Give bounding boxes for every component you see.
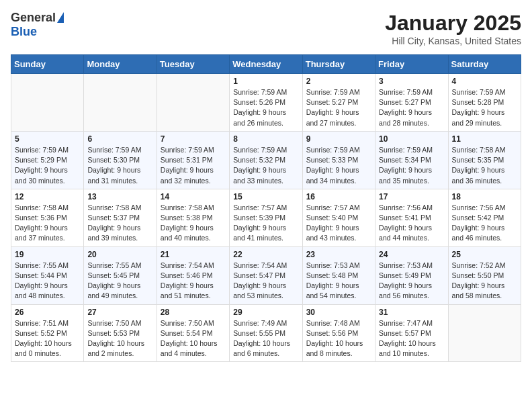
logo: General Blue [11,11,64,39]
logo-general-text: General [11,11,56,25]
day-info: Sunrise: 7:59 AM Sunset: 5:29 PM Dayligh… [15,145,80,186]
day-info: Sunrise: 7:54 AM Sunset: 5:47 PM Dayligh… [233,261,298,302]
calendar-cell: 15Sunrise: 7:57 AM Sunset: 5:39 PM Dayli… [230,189,302,246]
day-info: Sunrise: 7:55 AM Sunset: 5:44 PM Dayligh… [15,261,80,302]
day-info: Sunrise: 7:52 AM Sunset: 5:50 PM Dayligh… [452,261,517,302]
calendar-cell: 17Sunrise: 7:56 AM Sunset: 5:41 PM Dayli… [375,189,448,246]
day-info: Sunrise: 7:50 AM Sunset: 5:54 PM Dayligh… [161,318,226,359]
day-info: Sunrise: 7:56 AM Sunset: 5:41 PM Dayligh… [379,203,444,244]
day-number: 9 [306,134,371,144]
calendar-cell: 8Sunrise: 7:59 AM Sunset: 5:32 PM Daylig… [230,131,302,189]
day-info: Sunrise: 7:49 AM Sunset: 5:55 PM Dayligh… [233,318,298,359]
calendar-cell: 20Sunrise: 7:55 AM Sunset: 5:45 PM Dayli… [84,246,157,304]
calendar-cell: 18Sunrise: 7:56 AM Sunset: 5:42 PM Dayli… [448,189,521,246]
day-number: 5 [15,134,80,144]
day-of-week-header: Tuesday [157,55,229,74]
calendar-week-row: 26Sunrise: 7:51 AM Sunset: 5:52 PM Dayli… [11,304,521,362]
calendar-week-row: 1Sunrise: 7:59 AM Sunset: 5:26 PM Daylig… [11,74,521,132]
day-info: Sunrise: 7:59 AM Sunset: 5:26 PM Dayligh… [233,87,298,128]
day-info: Sunrise: 7:54 AM Sunset: 5:46 PM Dayligh… [161,261,226,302]
location-text: Hill City, Kansas, United States [385,36,521,46]
day-number: 3 [379,77,444,86]
day-info: Sunrise: 7:59 AM Sunset: 5:30 PM Dayligh… [87,145,152,186]
calendar-cell: 12Sunrise: 7:58 AM Sunset: 5:36 PM Dayli… [11,189,84,246]
calendar-cell: 23Sunrise: 7:53 AM Sunset: 5:48 PM Dayli… [302,246,375,304]
calendar-cell: 10Sunrise: 7:59 AM Sunset: 5:34 PM Dayli… [375,131,448,189]
calendar-cell: 16Sunrise: 7:57 AM Sunset: 5:40 PM Dayli… [302,189,375,246]
calendar-table: SundayMondayTuesdayWednesdayThursdayFrid… [11,54,521,362]
day-number: 30 [306,308,371,317]
title-area: January 2025 Hill City, Kansas, United S… [385,11,521,46]
day-info: Sunrise: 7:58 AM Sunset: 5:37 PM Dayligh… [87,203,152,244]
day-number: 12 [15,192,80,201]
day-info: Sunrise: 7:59 AM Sunset: 5:31 PM Dayligh… [161,145,226,186]
day-number: 11 [452,134,517,144]
calendar-week-row: 12Sunrise: 7:58 AM Sunset: 5:36 PM Dayli… [11,189,521,246]
day-number: 28 [161,308,226,317]
calendar-cell: 13Sunrise: 7:58 AM Sunset: 5:37 PM Dayli… [84,189,157,246]
day-info: Sunrise: 7:50 AM Sunset: 5:53 PM Dayligh… [87,318,152,359]
day-number: 19 [15,250,80,259]
day-info: Sunrise: 7:56 AM Sunset: 5:42 PM Dayligh… [452,203,517,244]
calendar-cell: 2Sunrise: 7:59 AM Sunset: 5:27 PM Daylig… [302,74,375,132]
day-info: Sunrise: 7:58 AM Sunset: 5:36 PM Dayligh… [15,203,80,244]
day-info: Sunrise: 7:51 AM Sunset: 5:52 PM Dayligh… [15,318,80,359]
calendar-cell: 3Sunrise: 7:59 AM Sunset: 5:27 PM Daylig… [375,74,448,132]
day-info: Sunrise: 7:53 AM Sunset: 5:48 PM Dayligh… [306,261,371,302]
day-number: 7 [161,134,226,144]
calendar-week-row: 5Sunrise: 7:59 AM Sunset: 5:29 PM Daylig… [11,131,521,189]
day-number: 18 [452,192,517,201]
day-info: Sunrise: 7:53 AM Sunset: 5:49 PM Dayligh… [379,261,444,302]
day-info: Sunrise: 7:58 AM Sunset: 5:35 PM Dayligh… [452,145,517,186]
calendar-cell: 24Sunrise: 7:53 AM Sunset: 5:49 PM Dayli… [375,246,448,304]
day-number: 27 [87,308,152,317]
day-of-week-header: Thursday [302,55,375,74]
calendar-cell: 5Sunrise: 7:59 AM Sunset: 5:29 PM Daylig… [11,131,84,189]
day-info: Sunrise: 7:55 AM Sunset: 5:45 PM Dayligh… [87,261,152,302]
logo-blue-text: Blue [11,25,37,39]
day-number: 10 [379,134,444,144]
calendar-cell: 19Sunrise: 7:55 AM Sunset: 5:44 PM Dayli… [11,246,84,304]
calendar-cell: 7Sunrise: 7:59 AM Sunset: 5:31 PM Daylig… [157,131,229,189]
day-info: Sunrise: 7:57 AM Sunset: 5:40 PM Dayligh… [306,203,371,244]
day-number: 17 [379,192,444,201]
day-number: 25 [452,250,517,259]
calendar-week-row: 19Sunrise: 7:55 AM Sunset: 5:44 PM Dayli… [11,246,521,304]
day-number: 29 [233,308,298,317]
logo-triangle-icon [57,12,64,23]
day-number: 21 [161,250,226,259]
day-number: 31 [379,308,444,317]
day-info: Sunrise: 7:59 AM Sunset: 5:27 PM Dayligh… [306,87,371,128]
day-number: 15 [233,192,298,201]
day-info: Sunrise: 7:59 AM Sunset: 5:27 PM Dayligh… [379,87,444,128]
day-info: Sunrise: 7:59 AM Sunset: 5:28 PM Dayligh… [452,87,517,128]
calendar-cell: 26Sunrise: 7:51 AM Sunset: 5:52 PM Dayli… [11,304,84,362]
calendar-cell: 6Sunrise: 7:59 AM Sunset: 5:30 PM Daylig… [84,131,157,189]
day-number: 8 [233,134,298,144]
day-number: 20 [87,250,152,259]
calendar-cell: 11Sunrise: 7:58 AM Sunset: 5:35 PM Dayli… [448,131,521,189]
day-info: Sunrise: 7:58 AM Sunset: 5:38 PM Dayligh… [161,203,226,244]
day-number: 24 [379,250,444,259]
calendar-cell: 30Sunrise: 7:48 AM Sunset: 5:56 PM Dayli… [302,304,375,362]
day-info: Sunrise: 7:59 AM Sunset: 5:34 PM Dayligh… [379,145,444,186]
calendar-cell: 22Sunrise: 7:54 AM Sunset: 5:47 PM Dayli… [230,246,302,304]
day-number: 4 [452,77,517,86]
calendar-cell [11,74,84,132]
calendar-cell: 27Sunrise: 7:50 AM Sunset: 5:53 PM Dayli… [84,304,157,362]
day-number: 26 [15,308,80,317]
calendar-cell: 9Sunrise: 7:59 AM Sunset: 5:33 PM Daylig… [302,131,375,189]
day-of-week-header: Sunday [11,55,84,74]
day-number: 2 [306,77,371,86]
calendar-header-row: SundayMondayTuesdayWednesdayThursdayFrid… [11,55,521,74]
day-info: Sunrise: 7:59 AM Sunset: 5:32 PM Dayligh… [233,145,298,186]
day-info: Sunrise: 7:57 AM Sunset: 5:39 PM Dayligh… [233,203,298,244]
day-of-week-header: Wednesday [230,55,302,74]
day-number: 13 [87,192,152,201]
calendar-cell: 21Sunrise: 7:54 AM Sunset: 5:46 PM Dayli… [157,246,229,304]
calendar-cell: 31Sunrise: 7:47 AM Sunset: 5:57 PM Dayli… [375,304,448,362]
calendar-cell: 4Sunrise: 7:59 AM Sunset: 5:28 PM Daylig… [448,74,521,132]
day-number: 22 [233,250,298,259]
day-of-week-header: Saturday [448,55,521,74]
calendar-cell [157,74,229,132]
